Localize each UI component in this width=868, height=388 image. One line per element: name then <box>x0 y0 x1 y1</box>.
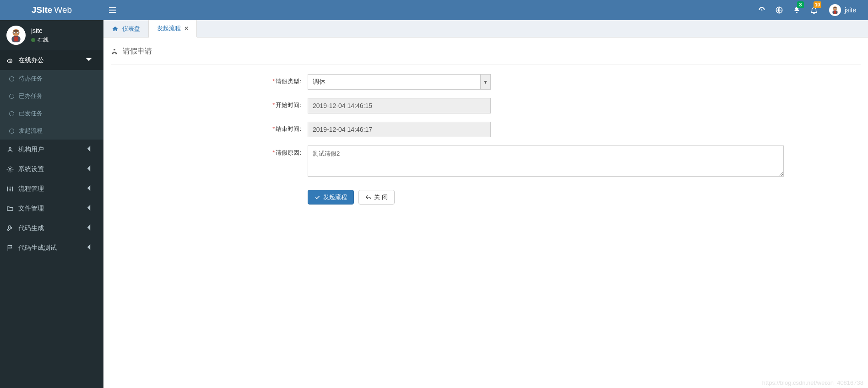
menu-codegen[interactable]: 代码生成 <box>0 218 103 238</box>
flag-icon <box>6 244 14 252</box>
cloud-icon <box>6 57 14 64</box>
globe-icon[interactable] <box>770 0 788 20</box>
submit-button[interactable]: 发起流程 <box>308 190 354 205</box>
menu-label: 流程管理 <box>18 185 44 193</box>
chevron-left-icon <box>85 184 97 193</box>
form: *请假类型: 调休 ▼ *开始时间: 2019-12-04 14:46:15 <box>111 65 861 205</box>
dashboard-icon[interactable] <box>753 0 770 20</box>
menu-label: 代码生成 <box>18 224 44 232</box>
svg-point-1 <box>796 12 797 13</box>
svg-rect-6 <box>834 7 837 8</box>
sliders-icon <box>6 185 14 193</box>
username-label: jsite <box>845 6 856 14</box>
home-icon <box>112 26 119 32</box>
menu-settings[interactable]: 系统设置 <box>0 159 103 179</box>
hamburger-icon <box>109 7 116 13</box>
menu-online-office[interactable]: 在线办公 <box>0 50 103 70</box>
chevron-left-icon <box>85 204 97 213</box>
tab-dashboard[interactable]: 仪表盘 <box>103 20 149 37</box>
svg-point-19 <box>10 189 11 190</box>
input-value: 2019-12-04 14:46:15 <box>313 102 372 109</box>
status-dot-icon <box>31 38 35 42</box>
chevron-left-icon <box>85 165 97 173</box>
user-menu[interactable]: jsite <box>823 4 863 16</box>
messages-icon[interactable]: 3 <box>788 0 805 20</box>
svg-point-7 <box>834 8 835 9</box>
end-time-input[interactable]: 2019-12-04 14:46:17 <box>308 122 491 137</box>
menu-label: 文件管理 <box>18 205 44 213</box>
tab-label: 发起流程 <box>157 24 181 32</box>
logo-light: Web <box>54 5 72 15</box>
row-start-time: *开始时间: 2019-12-04 14:46:15 <box>111 98 861 113</box>
label-start-time: *开始时间: <box>111 98 308 109</box>
topbar-right: 3 10 jsite <box>753 0 868 20</box>
sub-label: 发起流程 <box>19 127 43 135</box>
svg-rect-21 <box>114 49 115 50</box>
page: 请假申请 *请假类型: 调休 ▼ *开始时间: 2019-12-04 14:46… <box>103 38 868 212</box>
folder-icon <box>6 205 14 212</box>
sidebar-item-sent[interactable]: 已发任务 <box>0 105 103 122</box>
close-button[interactable]: 关 闭 <box>358 190 395 205</box>
close-icon[interactable]: × <box>184 25 188 32</box>
topbar: JSite Web 3 10 jsite <box>0 0 868 20</box>
tab-launch-process[interactable]: 发起流程 × <box>149 20 197 38</box>
chevron-left-icon <box>85 243 97 252</box>
profile-name: jsite <box>31 27 49 34</box>
nav: 在线办公 待办任务 已办任务 已发任务 发起流程 机构用户 系统设置 流程管理 … <box>0 50 103 258</box>
users-icon <box>6 146 14 153</box>
svg-point-17 <box>9 168 11 170</box>
menu-org-users[interactable]: 机构用户 <box>0 140 103 159</box>
sidebar-toggle[interactable] <box>103 0 122 20</box>
reason-textarea[interactable] <box>308 146 784 177</box>
check-icon <box>315 194 320 200</box>
menu-label: 系统设置 <box>18 165 44 173</box>
label-leave-type: *请假类型: <box>111 74 308 86</box>
content: 仪表盘 发起流程 × 请假申请 *请假类型: 调休 ▼ *开始时间: <box>103 20 868 388</box>
menu-label: 机构用户 <box>18 146 44 154</box>
sitemap-icon <box>111 48 118 55</box>
circle-icon <box>9 129 14 134</box>
actions: 发起流程 关 闭 <box>308 190 861 205</box>
profile-panel: jsite 在线 <box>0 20 103 50</box>
label-end-time: *结束时间: <box>111 122 308 133</box>
row-end-time: *结束时间: 2019-12-04 14:46:17 <box>111 122 861 137</box>
tabs: 仪表盘 发起流程 × <box>103 20 868 38</box>
profile-status-label: 在线 <box>38 36 49 44</box>
menu-files[interactable]: 文件管理 <box>0 199 103 218</box>
page-title: 请假申请 <box>111 45 861 65</box>
start-time-input[interactable]: 2019-12-04 14:46:15 <box>308 98 491 113</box>
circle-icon <box>9 76 14 81</box>
notifications-icon[interactable]: 10 <box>805 0 823 20</box>
sidebar-item-done[interactable]: 已办任务 <box>0 87 103 105</box>
gear-icon <box>6 166 14 173</box>
avatar-icon <box>829 4 841 16</box>
svg-point-8 <box>835 8 836 9</box>
svg-rect-23 <box>115 53 117 54</box>
menu-codegen-test[interactable]: 代码生成测试 <box>0 238 103 258</box>
logo-bold: JSite <box>32 5 52 15</box>
leave-type-select[interactable]: 调休 ▼ <box>308 74 491 90</box>
sidebar-item-launch[interactable]: 发起流程 <box>0 122 103 140</box>
svg-point-16 <box>9 147 11 149</box>
label-reason: *请假原因: <box>111 146 308 157</box>
menu-label: 代码生成测试 <box>18 244 57 252</box>
chevron-down-icon <box>85 56 97 65</box>
sub-label: 已办任务 <box>19 92 43 100</box>
submenu-online-office: 待办任务 已办任务 已发任务 发起流程 <box>0 70 103 140</box>
wrench-icon <box>6 225 14 232</box>
chevron-left-icon <box>85 145 97 154</box>
sidebar-item-todo[interactable]: 待办任务 <box>0 70 103 87</box>
circle-icon <box>9 94 14 99</box>
profile-status: 在线 <box>31 36 49 44</box>
reply-icon <box>365 194 371 200</box>
menu-label: 在线办公 <box>18 56 44 65</box>
svg-rect-22 <box>112 53 114 54</box>
notifications-badge: 10 <box>814 1 821 8</box>
select-value: 调休 <box>313 78 326 86</box>
button-label: 关 闭 <box>374 193 388 201</box>
logo[interactable]: JSite Web <box>0 0 103 20</box>
sub-label: 已发任务 <box>19 109 43 118</box>
avatar-icon <box>6 26 26 45</box>
menu-workflow[interactable]: 流程管理 <box>0 179 103 199</box>
row-reason: *请假原因: <box>111 146 861 178</box>
